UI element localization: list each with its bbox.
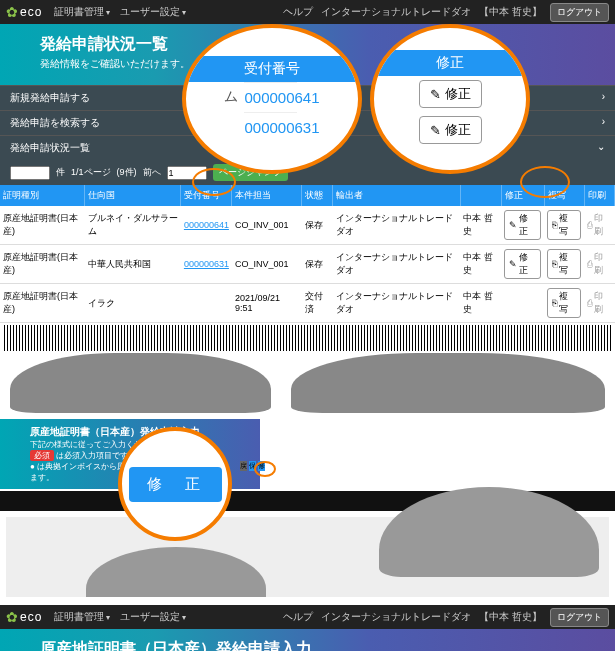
cell-exporter: インターナショナルトレードダオ [333, 245, 460, 284]
help-link[interactable]: ヘルプ [283, 5, 313, 19]
pencil-icon: ✎ [430, 87, 441, 102]
edit-button[interactable]: ✎修正 [504, 249, 541, 279]
cell-type: 原産地証明書(日本産) [0, 206, 85, 245]
cell-dest: イラク [85, 284, 181, 323]
copy-button[interactable]: ⎘複写 [547, 210, 581, 240]
print-icon: ⎙ [587, 259, 592, 269]
table-row: 原産地証明書(日本産) イラク 2021/09/21 9:51 交付済 インター… [0, 284, 615, 323]
edit-button[interactable]: ✎修正 [504, 210, 541, 240]
barcode-area [4, 325, 611, 351]
cell-inv: CO_INV_001 [232, 206, 302, 245]
help-link[interactable]: ヘルプ [283, 610, 313, 624]
cell-state: 交付済 [302, 284, 333, 323]
zoom-edit-button[interactable]: ✎修正 [419, 80, 482, 108]
pencil-icon: ✎ [509, 220, 517, 230]
cell-dest: 中華人民共和国 [85, 245, 181, 284]
zoom-row: 000000631 [244, 112, 297, 142]
cell-person: 中本 哲史 [460, 206, 501, 245]
company-name: インターナショナルトレードダオ [321, 610, 471, 624]
logo-text: eco [20, 5, 42, 19]
pencil-icon: ✎ [430, 123, 441, 138]
highlight-circle [520, 166, 570, 198]
zoom-side-label: ム [224, 82, 244, 142]
print-button: ⎙印刷 [587, 290, 611, 316]
print-icon: ⎙ [587, 298, 592, 308]
chart-placeholder [86, 547, 266, 597]
per-page-label: 件 [56, 166, 65, 179]
per-page-input[interactable] [10, 166, 50, 180]
cell-inv: 2021/09/21 9:51 [232, 284, 302, 323]
cell-dest: ブルネイ・ダルサラーム [85, 206, 181, 245]
mini-back-button[interactable]: 戻 [240, 461, 247, 471]
required-badge: 必須 [30, 450, 54, 461]
cell-type: 原産地証明書(日本産) [0, 245, 85, 284]
cell-person: 中本 哲史 [460, 245, 501, 284]
col-exporter: 輸出者 [333, 185, 460, 206]
cell-inv: CO_INV_001 [232, 245, 302, 284]
pencil-icon: ✎ [509, 259, 517, 269]
zoom-edit-blue-button[interactable]: 修 正 [129, 467, 222, 502]
applications-table: 証明種別 仕向国 受付番号 本件担当 状態 輸出者 修正 複写 印刷 原産地証明… [0, 185, 615, 323]
user-name: 【中本 哲史】 [479, 610, 542, 624]
col-project: 本件担当 [232, 185, 302, 206]
logo-icon: ✿ [6, 609, 18, 625]
table-row: 原産地証明書(日本産) 中華人民共和国 000000631 CO_INV_001… [0, 245, 615, 284]
cell-exporter: インターナショナルトレードダオ [333, 284, 460, 323]
logo: ✿ eco [6, 4, 42, 20]
form-preview-area [6, 517, 609, 597]
page-banner: 原産地証明書（日本産）発給申請入力 下記の様式に従ってご入力ください。 必須 は… [0, 629, 615, 651]
copy-button[interactable]: ⎘複写 [547, 249, 581, 279]
receipt-number-link[interactable]: 000000631 [184, 259, 229, 269]
table-row: 原産地証明書(日本産) ブルネイ・ダルサラーム 000000641 CO_INV… [0, 206, 615, 245]
count-info: (9件) [117, 166, 137, 179]
menu-user-settings[interactable]: ユーザー設定 [120, 610, 186, 624]
col-dest: 仕向国 [85, 185, 181, 206]
cell-state: 保存 [302, 245, 333, 284]
cell-num [181, 284, 232, 323]
chart-placeholder [10, 353, 271, 413]
highlight-circle [254, 461, 276, 477]
user-name: 【中本 哲史】 [479, 5, 542, 19]
page-title: 原産地証明書（日本産）発給申請入力 [40, 639, 575, 651]
logout-button[interactable]: ログアウト [550, 608, 609, 627]
copy-button[interactable]: ⎘複写 [547, 288, 581, 318]
menu-cert-manage[interactable]: 証明書管理 [54, 610, 110, 624]
zoom-header: 受付番号 [186, 56, 358, 82]
top-navbar: ✿ eco 証明書管理 ユーザー設定 ヘルプ インターナショナルトレードダオ 【… [0, 0, 615, 24]
logout-button[interactable]: ログアウト [550, 3, 609, 22]
zoom-callout-edit-blue: 修 正 [118, 427, 232, 541]
copy-icon: ⎘ [552, 220, 557, 230]
company-name: インターナショナルトレードダオ [321, 5, 471, 19]
logo-text: eco [20, 610, 42, 624]
copy-icon: ⎘ [552, 259, 557, 269]
print-button: ⎙印刷 [587, 251, 611, 277]
col-print: 印刷 [584, 185, 614, 206]
col-person [460, 185, 501, 206]
menu-user-settings[interactable]: ユーザー設定 [120, 5, 186, 19]
cell-person: 中本 哲史 [460, 284, 501, 323]
logo-icon: ✿ [6, 4, 18, 20]
zoom-edit-button[interactable]: ✎修正 [419, 116, 482, 144]
col-state: 状態 [302, 185, 333, 206]
page-info: 1/1ページ [71, 166, 111, 179]
chart-placeholder [291, 353, 605, 413]
cell-type: 原産地証明書(日本産) [0, 284, 85, 323]
top-navbar: ✿ eco 証明書管理 ユーザー設定 ヘルプ インターナショナルトレードダオ 【… [0, 605, 615, 629]
logo: ✿ eco [6, 609, 42, 625]
cell-exporter: インターナショナルトレードダオ [333, 206, 460, 245]
zoom-callout-edit: 修正 ✎修正 ✎修正 [370, 24, 530, 174]
print-icon: ⎙ [587, 220, 592, 230]
cell-state: 保存 [302, 206, 333, 245]
prev-link[interactable]: 前へ [143, 166, 161, 179]
zoom-row: 000000641 [244, 82, 297, 112]
col-type: 証明種別 [0, 185, 85, 206]
menu-cert-manage[interactable]: 証明書管理 [54, 5, 110, 19]
receipt-number-link[interactable]: 000000641 [184, 220, 229, 230]
print-button: ⎙印刷 [587, 212, 611, 238]
cell-edit [501, 284, 544, 323]
highlight-circle [192, 168, 236, 196]
copy-icon: ⎘ [552, 298, 557, 308]
zoom-header: 修正 [374, 50, 526, 76]
zoom-callout-receipt-number: 受付番号 ム 000000641 000000631 [182, 24, 362, 174]
